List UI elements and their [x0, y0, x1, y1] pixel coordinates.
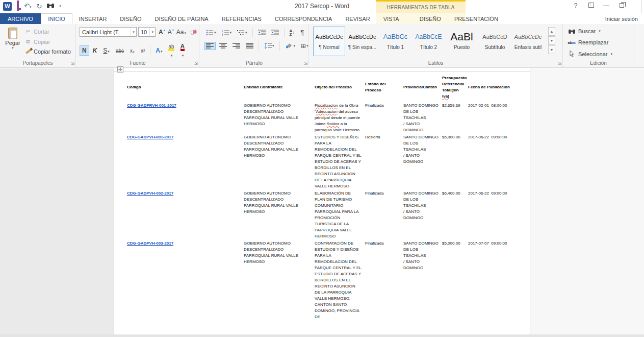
grow-font-button[interactable]: A [157, 28, 165, 36]
document-page[interactable]: ✛ CódigoEntidad ContratanteObjeto del Pr… [114, 68, 530, 334]
increase-indent-icon [271, 30, 279, 36]
style-énfasis-sutil[interactable]: AaBbCcDcÉnfasis sutil [512, 27, 544, 56]
contextual-tab-presentación[interactable]: PRESENTACIÓN [448, 13, 505, 24]
contextual-tab-diseño[interactable]: DISEÑO [413, 13, 448, 24]
cell-presupuesto: $2,659.69 [442, 103, 468, 109]
help-button[interactable]: ? [572, 2, 580, 9]
superscript-button[interactable]: x² [138, 45, 147, 56]
font-family-caret-icon: ▾ [131, 28, 136, 36]
fuente-dialog-launcher[interactable]: ⇲ [194, 61, 198, 66]
tab-archivo[interactable]: ARCHIVO [0, 13, 41, 24]
process-code-link[interactable]: CDG-GADPVH-002-2017 [127, 191, 173, 196]
cell-fecha: 2017-07-07 09:00:00 [468, 240, 530, 247]
group-label-edicion: Edición [563, 60, 634, 66]
style-name: ¶ Sin espa... [347, 44, 378, 50]
minimize-button[interactable]: — [602, 2, 610, 9]
process-code-link[interactable]: CDG-GADPVH-003-2017 [127, 241, 173, 246]
style-sin-espa[interactable]: AaBbCcDc¶ Sin espa... [346, 27, 378, 56]
text-effects-button[interactable]: A▾ [153, 45, 165, 56]
column-header: Estado del Proceso [365, 81, 403, 93]
style-título-2[interactable]: AaBbCcETítulo 2 [413, 27, 445, 56]
cell-entidad: GOBIERNO AUTONOMO DESCENTRALIZADO PARROQ… [244, 134, 315, 159]
decrease-indent-button[interactable] [256, 29, 268, 37]
tab-insertar[interactable]: INSERTAR [72, 13, 114, 24]
paste-caret-icon: ▾ [3, 46, 22, 50]
column-header: Fecha de Publicación [468, 84, 530, 90]
styles-scroll-down-button[interactable]: ▼ [548, 36, 555, 45]
table-row: CDG-GADPVH-002-2017GOBIERNO AUTONOMO DES… [127, 190, 530, 239]
numbering-button[interactable]: 123▾ [220, 29, 234, 37]
cell-entidad: GOBIERNO AUTONOMO DESCENTRALIZADO PARROQ… [244, 103, 315, 127]
bold-button[interactable]: N [80, 45, 89, 56]
process-code-link[interactable]: CDG-GADPVH-001-2017 [127, 135, 173, 139]
font-size-caret-icon: ▾ [149, 28, 155, 36]
justify-button[interactable] [244, 42, 255, 50]
sort-button[interactable]: AZ↓ [288, 28, 297, 37]
font-size-combobox[interactable]: 10▾ [138, 27, 156, 37]
eraser-icon [190, 29, 197, 35]
word-window: W ↶▾ ↻ ▾ 2017 Sercop - Word HERRAMIENTAS… [0, 0, 644, 337]
change-case-button[interactable]: Aa▾ [175, 28, 188, 36]
column-header: Presupuesto Referencial Total(sin iva) [442, 75, 468, 100]
underline-button[interactable]: S▾ [100, 45, 112, 56]
paste-button[interactable]: Pegar ▾ [3, 27, 22, 58]
group-edicion: Buscar▾ abac Reemplazar Seleccionar▾ Edi… [563, 24, 634, 67]
cell-entidad: GOBIERNO AUTONOMO DESCENTRALIZADO PARROQ… [244, 190, 315, 215]
find-button[interactable]: Buscar▾ [568, 28, 601, 34]
process-code-link[interactable]: CDG-GADPRVH-001-2017 [127, 103, 176, 108]
portapapeles-dialog-launcher[interactable]: ⇲ [70, 61, 74, 66]
format-painter-button[interactable]: Copiar formato [24, 49, 71, 55]
paint-bucket-icon [285, 43, 293, 50]
align-right-button[interactable] [230, 42, 242, 50]
align-center-button[interactable] [217, 42, 229, 50]
align-left-button[interactable] [204, 42, 216, 50]
shading-button[interactable]: ▾ [283, 42, 298, 51]
sign-in-link[interactable]: Iniciar sesión [605, 13, 638, 24]
cut-button[interactable]: ✂Cortar [24, 28, 49, 35]
styles-more-button[interactable]: ▼ [548, 45, 555, 54]
styles-scroll-up-button[interactable]: ▲ [548, 27, 555, 36]
show-paragraph-marks-button[interactable]: ¶ [298, 28, 306, 37]
ribbon-display-options-button[interactable] [587, 2, 595, 9]
select-button[interactable]: Seleccionar▾ [568, 51, 612, 57]
italic-button[interactable]: K [90, 45, 100, 56]
multilevel-list-button[interactable]: ▾ [235, 29, 249, 37]
strikethrough-button[interactable]: abc [113, 45, 126, 56]
column-header: Código [127, 84, 244, 90]
table-row: CDG-GADPVH-001-2017GOBIERNO AUTONOMO DES… [127, 134, 530, 189]
subscript-button[interactable]: x₂ [127, 45, 137, 56]
style-subtítulo[interactable]: AaBbCcDSubtítulo [479, 27, 511, 56]
restore-button[interactable] [617, 2, 626, 9]
style-sample: AaBl [446, 31, 477, 42]
document-background-right [530, 68, 644, 334]
style-sample: AaBbCcE [413, 31, 444, 42]
style-sample: AaBbCcD [479, 31, 510, 42]
close-button[interactable] [641, 0, 644, 13]
clear-formatting-button[interactable] [189, 28, 198, 36]
line-spacing-button[interactable]: ▾ [262, 42, 276, 50]
tab-revisar[interactable]: REVISAR [339, 13, 376, 24]
tab-diseño-de-página[interactable]: DISEÑO DE PÁGINA [148, 13, 215, 24]
bullets-button[interactable]: ▾ [204, 29, 218, 37]
estilos-dialog-launcher[interactable]: ⇲ [557, 61, 561, 66]
style-puesto[interactable]: AaBlPuesto [446, 27, 478, 56]
shrink-font-button[interactable]: A [166, 28, 173, 36]
tab-inicio[interactable]: INICIO [41, 13, 72, 24]
style-normal[interactable]: AaBbCcDc¶ Normal [313, 27, 345, 56]
replace-button[interactable]: abac Reemplazar [568, 39, 608, 45]
tab-referencias[interactable]: REFERENCIAS [215, 13, 268, 24]
copy-button[interactable]: ⧉Copiar [24, 38, 50, 45]
numbering-icon: 123 [222, 30, 229, 36]
cell-presupuesto: $6,400.00 [442, 190, 468, 197]
font-color-button[interactable]: A▾ [178, 41, 188, 60]
style-título-1[interactable]: AaBbCcTítulo 1 [379, 27, 411, 56]
tab-diseño[interactable]: DISEÑO [113, 13, 148, 24]
increase-indent-button[interactable] [269, 29, 281, 37]
decrease-indent-icon [258, 30, 266, 36]
highlight-color-button[interactable]: ab▾ [166, 41, 176, 60]
tab-vista[interactable]: VISTA [377, 13, 406, 24]
font-family-combobox[interactable]: Calibri Light (T▾ [80, 27, 137, 37]
tab-correspondencia[interactable]: CORRESPONDENCIA [268, 13, 339, 24]
cell-estado: Finalizada [365, 103, 403, 109]
parrafo-dialog-launcher[interactable]: ⇲ [303, 61, 307, 66]
